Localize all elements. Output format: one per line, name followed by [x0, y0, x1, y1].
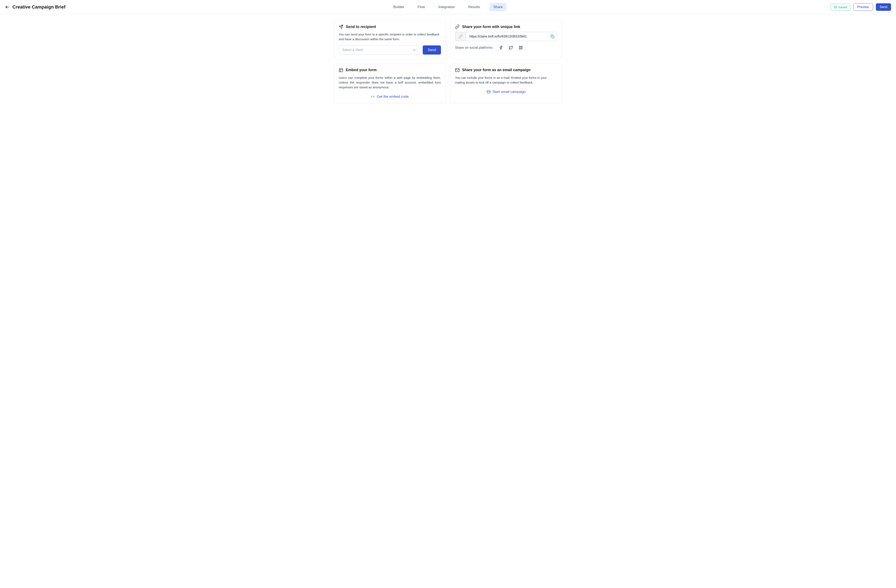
saved-label: Saved	[838, 5, 847, 9]
social-row: Share on social platforms	[455, 45, 557, 50]
share-url[interactable]: https://claire.brifl.io/fo/93813XBS33941	[466, 32, 548, 41]
get-embed-code-button[interactable]: Get the embed code	[339, 93, 441, 99]
main-content: Send to recipient You can send your form…	[330, 14, 566, 109]
tab-integration[interactable]: Integration	[434, 3, 459, 11]
card-header: Embed your form	[339, 68, 441, 72]
recipient-row: Select a client Send	[339, 46, 441, 55]
card-title: Share your form as an email campaign	[462, 68, 530, 72]
mail-small-icon	[487, 90, 491, 94]
svg-rect-4	[552, 36, 554, 38]
svg-rect-6	[521, 46, 522, 47]
svg-rect-14	[339, 68, 343, 72]
card-header: Share your form as an email campaign	[455, 68, 557, 72]
link-row: https://claire.brifl.io/fo/93813XBS33941	[455, 32, 557, 41]
card-title: Share your form with unique link	[462, 25, 520, 29]
social-label: Share on social platforms	[455, 46, 492, 50]
link-icon	[455, 24, 460, 29]
layout-icon	[339, 68, 343, 72]
embed-action-label: Get the embed code	[376, 94, 408, 99]
preview-button[interactable]: Preview	[853, 3, 873, 11]
code-icon	[371, 95, 375, 99]
mail-icon	[455, 68, 460, 72]
tab-flow[interactable]: Flow	[414, 3, 429, 11]
header-right: Saved Preview Send	[830, 3, 891, 11]
card-header: Share your form with unique link	[455, 24, 557, 29]
card-email-campaign: Share your form as an email campaign You…	[450, 64, 562, 104]
select-client-dropdown[interactable]: Select a client	[339, 46, 420, 55]
email-action-label: Start email campaign	[492, 90, 526, 94]
facebook-icon	[499, 46, 503, 50]
check-circle-icon	[834, 5, 837, 9]
card-title: Send to recipient	[346, 25, 376, 29]
twitter-icon	[509, 46, 513, 50]
send-button-header[interactable]: Send	[876, 3, 891, 11]
card-share-link: Share your form with unique link https:/…	[450, 20, 562, 59]
share-facebook-button[interactable]	[498, 45, 503, 50]
qr-code-icon	[519, 46, 523, 50]
tab-builder[interactable]: Builder	[390, 3, 408, 11]
select-placeholder: Select a client	[342, 48, 363, 52]
chevron-down-icon	[413, 48, 416, 52]
start-email-campaign-button[interactable]: Start email campaign	[455, 88, 557, 94]
tab-results[interactable]: Results	[465, 3, 484, 11]
card-desc: You can include your forms in an e-mail.…	[455, 75, 557, 85]
card-header: Send to recipient	[339, 24, 441, 29]
copy-icon	[550, 34, 555, 38]
tab-share[interactable]: Share	[489, 3, 506, 11]
card-embed: Embed your form Users can complete your …	[334, 64, 446, 104]
social-icons	[498, 45, 523, 50]
app-header: Creative Campaign Brief Builder Flow Int…	[0, 0, 896, 14]
card-send-recipient: Send to recipient You can send your form…	[334, 20, 446, 59]
tab-nav: Builder Flow Integration Results Share	[390, 3, 506, 11]
page-title: Creative Campaign Brief	[12, 5, 66, 10]
saved-badge: Saved	[830, 4, 850, 11]
back-arrow-icon[interactable]	[5, 5, 9, 9]
card-grid: Send to recipient You can send your form…	[334, 20, 562, 104]
card-desc: You can send your form to a specific rec…	[339, 32, 441, 42]
send-recipient-button[interactable]: Send	[423, 46, 441, 55]
link-prefix-icon	[455, 32, 466, 41]
svg-rect-7	[519, 48, 520, 49]
card-desc: Users can complete your forms within a w…	[339, 75, 441, 90]
svg-rect-5	[519, 46, 520, 47]
send-icon	[339, 24, 343, 29]
copy-link-button[interactable]	[548, 32, 557, 41]
card-title: Embed your form	[346, 68, 376, 72]
header-left: Creative Campaign Brief	[5, 5, 66, 10]
share-twitter-button[interactable]	[508, 45, 514, 50]
share-qr-button[interactable]	[518, 45, 523, 50]
